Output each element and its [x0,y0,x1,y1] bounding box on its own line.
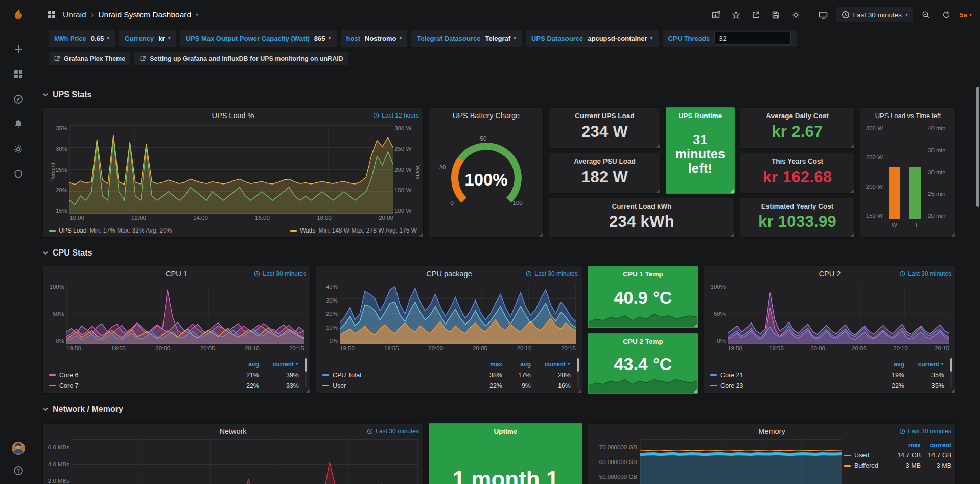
axis-tick: 16:00 [255,215,270,223]
axis-tick: 20% [56,187,67,193]
bar-W[interactable] [889,125,900,219]
stat-title[interactable]: This Years Cost [740,157,854,165]
page-scrollbar-thumb[interactable] [976,87,979,207]
network-chart[interactable] [72,439,418,484]
legend-series-core6[interactable]: Core 6 [49,372,226,379]
stat-title[interactable]: Current Load kWh [549,202,734,210]
axis-tick: 12:00 [131,215,146,223]
legend-header-current[interactable]: current▼ [259,361,299,368]
stat-title[interactable]: Current UPS Load [549,112,660,120]
panel-header: Network Last 30 minutes [43,424,423,439]
variable-currency[interactable]: Currency kr▾ [119,30,176,47]
legend-item-ups-load[interactable]: UPS Load Min: 17% Max: 32% Avg: 20% [49,227,172,234]
legend-series-core23[interactable]: Core 23 [710,382,872,389]
legend-marker [710,385,717,386]
legend-header-avg[interactable]: avg [226,361,259,368]
user-avatar[interactable] [11,441,26,455]
x-axis: 19:5019:5520:0020:0520:1020:15 [728,345,949,352]
legend-header-current[interactable]: current [921,442,951,449]
legend-stats: Min: 148 W Max: 278 W Avg: 175 W [318,227,417,234]
stat-title[interactable]: Estimated Yearly Cost [740,202,854,210]
stat-title[interactable]: CPU 2 Temp [588,338,698,345]
panel-memory: Memory Last 30 minutes 70.000000 GB60.00… [588,423,956,484]
configuration-gear-icon[interactable] [13,144,24,154]
variable-ups-max-output[interactable]: UPS Max Output Power Capacity (Watt) 865… [180,30,337,47]
stat-title[interactable]: Uptime [429,428,582,435]
panel-title[interactable]: Network [219,427,246,435]
legend-scrollbar[interactable] [577,358,579,388]
cpu-threads-input[interactable] [714,32,791,45]
stat-title[interactable]: UPS Runtime [666,112,734,120]
cpu-package-chart[interactable] [340,284,576,344]
time-badge[interactable]: Last 30 minutes [899,428,951,435]
legend-series-cpu-total[interactable]: CPU Total [322,372,474,379]
variable-host[interactable]: host Nostromo▾ [341,30,408,47]
chevron-down-icon: ▾ [107,36,109,41]
legend-header-current[interactable]: current▼ [531,361,571,368]
panel-title[interactable]: CPU package [426,270,472,278]
legend-series-user[interactable]: User [322,382,474,389]
legend-scrollbar[interactable] [950,358,952,388]
variable-telegraf-datasource[interactable]: Telegraf Datasource Telegraf▾ [411,30,522,47]
panel-title[interactable]: UPS Battery Charge [453,111,520,120]
server-admin-shield-icon[interactable] [13,169,24,179]
gauge-tick: 0 [451,200,454,206]
axis-tick: 19:55 [769,345,784,352]
ups-load-chart[interactable] [69,125,393,214]
variable-ups-datasource[interactable]: UPS Datasource apcupsd-container▾ [526,30,658,47]
bar-T[interactable] [909,125,921,219]
stat-title[interactable]: CPU 1 Temp [588,270,698,278]
axis-tick: 50% [53,311,64,317]
legend-header-max[interactable]: max [890,442,921,449]
time-badge[interactable]: Last 12 hours [373,112,419,119]
axis-tick: 300 W [866,125,883,131]
legend-header-max[interactable]: max [474,361,502,368]
link-ups-monitoring-guide[interactable]: Setting up Grafana and InfluxDB for UPS … [134,52,348,65]
time-badge[interactable]: Last 30 minutes [254,270,306,278]
axis-tick: 20:00 [379,215,393,223]
panel-title[interactable]: CPU 1 [166,270,188,278]
link-grafana-plex-theme[interactable]: Grafana Plex Theme [49,52,130,65]
variable-kwh-price[interactable]: kWh Price 0.65▾ [49,30,115,47]
legend-item-watts[interactable]: Watts Min: 148 W Max: 278 W Avg: 175 W [290,227,417,234]
grafana-logo-icon[interactable] [11,6,26,20]
legend-table: avg current▼ Core 21 19% 35% Core 23 22%… [710,359,944,391]
memory-chart[interactable] [640,439,842,484]
dashboards-icon[interactable] [13,69,24,79]
legend-series-buffered[interactable]: Buffered [844,462,890,469]
section-cpu-stats[interactable]: CPU Stats [42,248,92,258]
ups-bars-chart[interactable] [886,125,924,219]
explore-compass-icon[interactable] [13,94,24,104]
legend-header-avg[interactable]: avg [502,361,531,368]
panel-title[interactable]: UPS Load vs Time left [875,112,941,120]
time-badge[interactable]: Last 30 minutes [526,270,578,278]
legend-max-value: 3 MB [890,462,921,469]
panel-title[interactable]: CPU 2 [819,270,841,278]
stat-title[interactable]: Average PSU Load [549,157,660,165]
legend-header-current[interactable]: current▼ [904,361,944,368]
panel-title[interactable]: Memory [758,427,785,435]
stat-title[interactable]: Average Daily Cost [740,112,854,120]
legend-series-core21[interactable]: Core 21 [710,372,872,379]
battery-gauge[interactable]: 100% 0 20 50 100 [435,134,538,214]
variable-cpu-threads[interactable]: CPU Threads [663,30,797,47]
panel-title[interactable]: UPS Load % [212,111,254,120]
panel-cpu1: CPU 1 Last 30 minutes 100%50%0% 19:5019:… [42,266,311,394]
stat-value: kr 162.68 [740,168,854,187]
legend-series-core7[interactable]: Core 7 [49,382,226,389]
time-badge[interactable]: Last 30 minutes [367,428,419,435]
section-ups-stats[interactable]: UPS Stats [42,90,91,99]
time-badge[interactable]: Last 30 minutes [899,270,951,278]
create-icon[interactable] [13,44,24,54]
help-icon[interactable]: ? [13,466,24,476]
cpu1-chart[interactable] [66,284,304,344]
legend-header-avg[interactable]: avg [872,361,904,368]
cpu2-chart[interactable] [728,284,949,344]
alerting-bell-icon[interactable] [13,119,24,129]
page-scrollbar[interactable] [976,0,980,484]
section-network-memory[interactable]: Network / Memory [42,405,123,414]
legend-scrollbar[interactable] [305,358,307,388]
axis-tick: T [915,222,918,230]
legend-avg-value: 17% [502,372,531,379]
legend-series-used[interactable]: Used [844,452,890,459]
